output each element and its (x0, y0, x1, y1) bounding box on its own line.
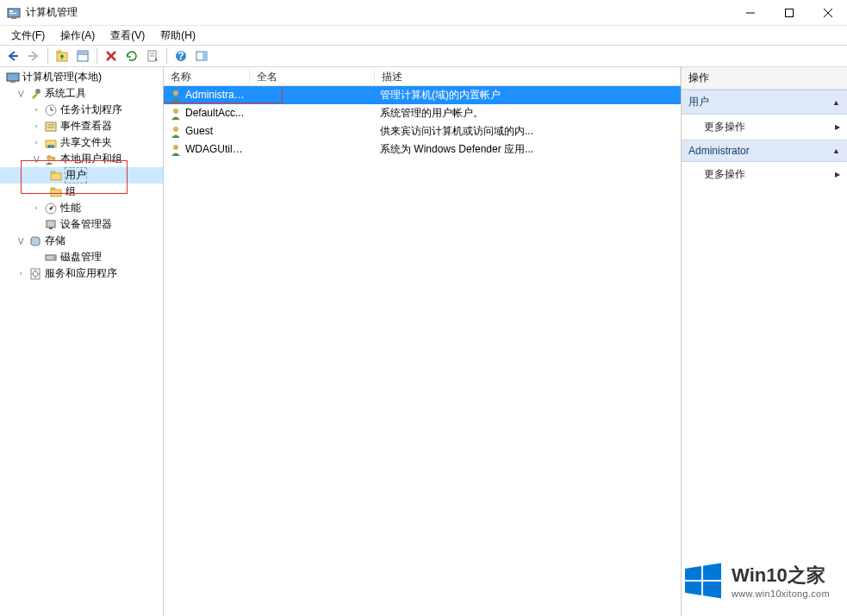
actions-panel: 操作 用户 ▲ 更多操作 ▶ Administrator ▲ 更多操作 ▶ (682, 67, 847, 616)
delete-button[interactable] (102, 47, 121, 65)
tree-label: 设备管理器 (60, 217, 112, 232)
svg-point-36 (52, 156, 56, 160)
window-title: 计算机管理 (26, 5, 78, 20)
tree-label: 性能 (60, 201, 81, 215)
svg-rect-13 (78, 52, 87, 53)
list-row[interactable]: DefaultAcc...系统管理的用户帐户。 (164, 104, 681, 122)
export-list-button[interactable] (143, 47, 162, 65)
column-description[interactable]: 描述 (375, 67, 681, 85)
action-section-user[interactable]: 用户 ▲ (682, 90, 847, 115)
user-icon (169, 107, 183, 121)
svg-text:?: ? (177, 50, 184, 62)
menu-help[interactable]: 帮助(H) (154, 27, 202, 45)
chevron-down-icon[interactable]: ⋁ (16, 236, 26, 246)
chevron-right-icon[interactable]: › (16, 269, 26, 279)
action-more-1[interactable]: 更多操作 ▶ (682, 115, 847, 140)
up-button[interactable] (53, 47, 72, 65)
svg-point-35 (47, 155, 52, 160)
menu-view[interactable]: 查看(V) (104, 27, 151, 45)
disk-icon (44, 251, 58, 264)
toolbar: ? (0, 45, 847, 67)
tree-groups[interactable]: 组 (0, 184, 163, 200)
device-icon (44, 218, 58, 232)
svg-point-51 (173, 145, 178, 150)
action-section-label: Administrator (688, 145, 750, 157)
refresh-button[interactable] (122, 47, 141, 65)
action-section-admin[interactable]: Administrator ▲ (682, 140, 847, 162)
tree-panel[interactable]: 计算机管理(本地) ⋁ 系统工具 › 任务计划程序 › 事件查看器 › 共享文件… (0, 67, 164, 616)
tree-root[interactable]: 计算机管理(本地) (0, 69, 163, 85)
cell-name: Administrat... (164, 89, 250, 103)
svg-rect-23 (7, 73, 19, 81)
list-row[interactable]: WDAGUtilit...系统为 Windows Defender 应用... (164, 140, 681, 159)
tree-device-manager[interactable]: 设备管理器 (0, 216, 163, 233)
tree-event-viewer[interactable]: › 事件查看器 (0, 118, 163, 134)
nav-back-button[interactable] (3, 47, 22, 65)
list-panel: 名称 全名 描述 Administrat...管理计算机(域)的内置帐户Defa… (164, 67, 682, 616)
help-button[interactable]: ? (171, 47, 190, 65)
list-row[interactable]: Administrat...管理计算机(域)的内置帐户 (164, 86, 681, 104)
svg-point-34 (51, 145, 54, 148)
show-properties-button[interactable] (73, 47, 92, 65)
column-name[interactable]: 名称 (164, 67, 250, 85)
tree-label: 磁盘管理 (60, 250, 102, 264)
cell-description: 系统管理的用户帐户。 (375, 106, 681, 121)
tree-storage[interactable]: ⋁ 存储 (0, 233, 163, 249)
close-button[interactable] (808, 0, 847, 26)
action-pane-toggle-button[interactable] (192, 47, 211, 65)
svg-point-25 (35, 89, 40, 94)
svg-rect-37 (51, 173, 61, 180)
tree-performance[interactable]: › 性能 (0, 200, 163, 216)
content: 计算机管理(本地) ⋁ 系统工具 › 任务计划程序 › 事件查看器 › 共享文件… (0, 67, 847, 616)
cell-name: WDAGUtilit... (164, 143, 250, 157)
list-body[interactable]: Administrat...管理计算机(域)的内置帐户DefaultAcc...… (164, 86, 681, 616)
tree-label: 本地用户和组 (60, 152, 122, 166)
actions-title: 操作 (682, 67, 847, 90)
tree-disk-management[interactable]: 磁盘管理 (0, 249, 163, 265)
chevron-down-icon[interactable]: ⋁ (16, 89, 26, 99)
tree-shared-folders[interactable]: › 共享文件夹 (0, 134, 163, 151)
tree-system-tools[interactable]: ⋁ 系统工具 (0, 85, 163, 102)
cell-name: Guest (164, 125, 250, 139)
toolbar-separator (47, 48, 48, 64)
chevron-right-icon[interactable]: › (31, 105, 41, 115)
menu-action[interactable]: 操作(A) (54, 27, 101, 45)
chevron-up-icon: ▲ (832, 146, 840, 155)
clock-icon (44, 103, 58, 117)
menu-file[interactable]: 文件(F) (5, 27, 51, 45)
toolbar-separator (166, 48, 167, 64)
tools-icon (28, 87, 42, 101)
toolbar-separator (97, 48, 97, 64)
tree-local-users-groups[interactable]: ⋁ 本地用户和组 (0, 151, 163, 167)
action-section-label: 用户 (688, 95, 709, 109)
nav-forward-button[interactable] (24, 47, 43, 65)
window-controls (731, 0, 847, 26)
app-icon (7, 6, 21, 20)
svg-point-40 (50, 207, 53, 209)
minimize-button[interactable] (731, 0, 769, 26)
cell-name: DefaultAcc... (164, 107, 250, 121)
storage-icon (28, 234, 42, 248)
action-link-label: 更多操作 (704, 167, 745, 182)
chevron-right-icon[interactable]: › (31, 138, 41, 148)
column-fullname[interactable]: 全名 (250, 67, 375, 85)
tree-root-label: 计算机管理(本地) (22, 70, 102, 84)
tree-label: 系统工具 (45, 86, 86, 101)
chevron-right-icon[interactable]: › (31, 121, 41, 132)
performance-icon (44, 202, 58, 215)
svg-rect-32 (46, 140, 56, 147)
list-row[interactable]: Guest供来宾访问计算机或访问域的内... (164, 122, 681, 140)
tree-services-apps[interactable]: › 服务和应用程序 (0, 265, 163, 282)
list-header: 名称 全名 描述 (164, 67, 681, 86)
svg-rect-38 (51, 190, 61, 196)
users-groups-icon (44, 152, 58, 166)
shared-folder-icon (44, 136, 58, 150)
tree-label: 服务和应用程序 (45, 266, 117, 281)
tree-task-scheduler[interactable]: › 任务计划程序 (0, 102, 163, 118)
svg-rect-41 (47, 221, 55, 227)
action-more-2[interactable]: 更多操作 ▶ (682, 162, 847, 187)
tree-users[interactable]: 用户 (0, 167, 163, 184)
maximize-button[interactable] (769, 0, 808, 26)
chevron-right-icon[interactable]: › (31, 203, 41, 214)
chevron-down-icon[interactable]: ⋁ (31, 154, 41, 165)
